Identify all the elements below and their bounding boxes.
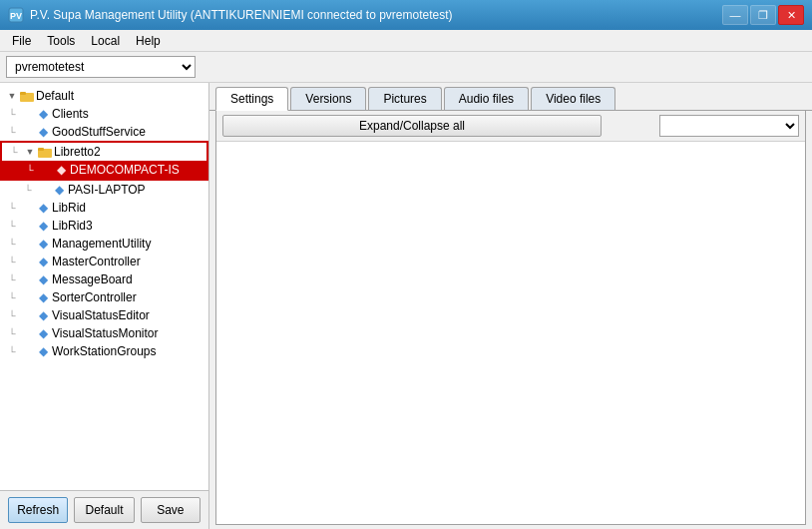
minimize-button[interactable]: — xyxy=(722,5,748,25)
libretto2-container: └ ▼ Libretto2 └ ▶ ◆ DEMOCOM xyxy=(0,141,208,181)
tree-label-vseditor: VisualStatusEditor xyxy=(52,308,150,322)
tree-node-democompact[interactable]: └ ▶ ◆ DEMOCOMPACT-IS xyxy=(2,161,206,179)
expander-clients: ▶ xyxy=(20,106,36,122)
expand-collapse-button[interactable]: Expand/Collapse all xyxy=(222,115,602,137)
node-icon-pasilaptop: ◆ xyxy=(52,183,66,197)
tree-node-mgmt[interactable]: └ ▶ ◆ ManagementUtility xyxy=(0,235,208,253)
left-panel: ▼ Default └ ▶ ◆ Clients └ xyxy=(0,83,209,529)
expander-sorterctrl: ▶ xyxy=(20,289,36,305)
title-bar: PV P.V. Supa Management Utility (ANTTIKU… xyxy=(0,0,812,30)
tree-label-librid: LibRid xyxy=(52,201,86,215)
tab-content: Expand/Collapse all xyxy=(215,111,806,525)
main-layout: pvremotetest ▼ Default └ xyxy=(0,52,812,529)
server-toolbar: pvremotetest xyxy=(0,52,812,83)
tree-label-goodstuff: GoodStuffService xyxy=(52,125,146,139)
node-icon-msgboard: ◆ xyxy=(36,272,50,286)
svg-rect-5 xyxy=(38,148,44,151)
window-title: P.V. Supa Management Utility (ANTTIKUREN… xyxy=(30,8,453,22)
expander-pasilaptop: ▶ xyxy=(36,182,52,198)
expander-default[interactable]: ▼ xyxy=(4,88,20,104)
svg-text:PV: PV xyxy=(10,11,22,21)
menu-tools[interactable]: Tools xyxy=(39,32,83,50)
tree-label-sorterctrl: SorterController xyxy=(52,290,137,304)
tree-node-default[interactable]: ▼ Default xyxy=(0,87,208,105)
app-icon: PV xyxy=(8,7,24,23)
tab-audiofiles[interactable]: Audio files xyxy=(444,87,529,110)
tree-node-vsmonitor[interactable]: └ ▶ ◆ VisualStatusMonitor xyxy=(0,324,208,342)
content-area: ▼ Default └ ▶ ◆ Clients └ xyxy=(0,83,812,529)
tree-label-democompact: DEMOCOMPACT-IS xyxy=(70,163,180,177)
expander-msgboard: ▶ xyxy=(20,271,36,287)
tree-label-vsmonitor: VisualStatusMonitor xyxy=(52,326,159,340)
tree-node-librid3[interactable]: └ ▶ ◆ LibRid3 xyxy=(0,217,208,235)
tree-label-workstation: WorkStationGroups xyxy=(52,344,157,358)
tree-node-pasilaptop[interactable]: └ ▶ ◆ PASI-LAPTOP xyxy=(0,181,208,199)
node-icon-goodstuff: ◆ xyxy=(36,125,50,139)
expander-masterctrl: ▶ xyxy=(20,254,36,269)
node-icon-librid3: ◆ xyxy=(36,219,50,233)
node-icon-vsmonitor: ◆ xyxy=(36,326,50,340)
tree-label-msgboard: MessageBoard xyxy=(52,272,133,286)
node-icon-vseditor: ◆ xyxy=(36,308,50,322)
node-icon-librid: ◆ xyxy=(36,201,50,215)
tree-label-librid3: LibRid3 xyxy=(52,219,93,233)
node-icon-workstation: ◆ xyxy=(36,344,50,358)
tree-label-pasilaptop: PASI-LAPTOP xyxy=(68,183,146,197)
expander-mgmt: ▶ xyxy=(20,236,36,252)
tab-filter-dropdown[interactable] xyxy=(659,115,799,137)
expander-librid3: ▶ xyxy=(20,218,36,234)
node-icon-sorterctrl: ◆ xyxy=(36,290,50,304)
tree-node-goodstuff[interactable]: └ ▶ ◆ GoodStuffService xyxy=(0,123,208,141)
expander-workstation: ▶ xyxy=(20,343,36,359)
tree-node-libretto2[interactable]: └ ▼ Libretto2 xyxy=(2,143,206,161)
window-controls: — ❐ ✕ xyxy=(722,5,804,25)
folder-icon-libretto2 xyxy=(38,145,52,159)
tab-versions[interactable]: Versions xyxy=(290,87,366,110)
tab-pictures[interactable]: Pictures xyxy=(368,87,441,110)
svg-rect-3 xyxy=(20,92,26,95)
restore-button[interactable]: ❐ xyxy=(750,5,776,25)
tree-node-msgboard[interactable]: └ ▶ ◆ MessageBoard xyxy=(0,270,208,288)
bottom-bar: Refresh Default Save xyxy=(0,490,208,529)
tree-node-librid[interactable]: └ ▶ ◆ LibRid xyxy=(0,199,208,217)
expander-libretto2[interactable]: ▼ xyxy=(22,144,38,160)
folder-icon-default xyxy=(20,89,34,103)
tree-node-masterctrl[interactable]: └ ▶ ◆ MasterController xyxy=(0,253,208,270)
expander-vseditor: ▶ xyxy=(20,307,36,323)
default-button[interactable]: Default xyxy=(74,497,134,523)
tree-node-sorterctrl[interactable]: └ ▶ ◆ SorterController xyxy=(0,288,208,306)
tree-label-default: Default xyxy=(36,89,74,103)
tree-node-vseditor[interactable]: └ ▶ ◆ VisualStatusEditor xyxy=(0,306,208,324)
tree-area[interactable]: ▼ Default └ ▶ ◆ Clients └ xyxy=(0,83,208,490)
expander-vsmonitor: ▶ xyxy=(20,325,36,341)
close-button[interactable]: ✕ xyxy=(778,5,804,25)
menu-bar: File Tools Local Help xyxy=(0,30,812,52)
expander-librid: ▶ xyxy=(20,200,36,216)
save-button[interactable]: Save xyxy=(141,497,201,523)
tree-label-libretto2: Libretto2 xyxy=(54,145,101,159)
tab-bar: Settings Versions Pictures Audio files V… xyxy=(209,83,812,111)
tab-videofiles[interactable]: Video files xyxy=(531,87,615,110)
node-icon-masterctrl: ◆ xyxy=(36,255,50,268)
right-panel: Settings Versions Pictures Audio files V… xyxy=(209,83,812,529)
expander-goodstuff: ▶ xyxy=(20,124,36,140)
menu-help[interactable]: Help xyxy=(128,32,169,50)
tree-node-workstation[interactable]: └ ▶ ◆ WorkStationGroups xyxy=(0,342,208,360)
tab-body xyxy=(216,142,805,524)
tree-label-mgmt: ManagementUtility xyxy=(52,237,151,251)
tree-node-clients[interactable]: └ ▶ ◆ Clients xyxy=(0,105,208,123)
refresh-button[interactable]: Refresh xyxy=(8,497,68,523)
node-icon-mgmt: ◆ xyxy=(36,237,50,251)
node-icon-democompact: ◆ xyxy=(54,163,68,177)
node-icon-clients: ◆ xyxy=(36,107,50,121)
menu-file[interactable]: File xyxy=(4,32,39,50)
tree-label-masterctrl: MasterController xyxy=(52,255,141,268)
menu-local[interactable]: Local xyxy=(83,32,128,50)
expander-democompact: ▶ xyxy=(38,162,54,178)
tab-toolbar: Expand/Collapse all xyxy=(216,111,805,142)
tree-label-clients: Clients xyxy=(52,107,89,121)
server-dropdown[interactable]: pvremotetest xyxy=(6,56,196,78)
tab-settings[interactable]: Settings xyxy=(215,87,288,111)
